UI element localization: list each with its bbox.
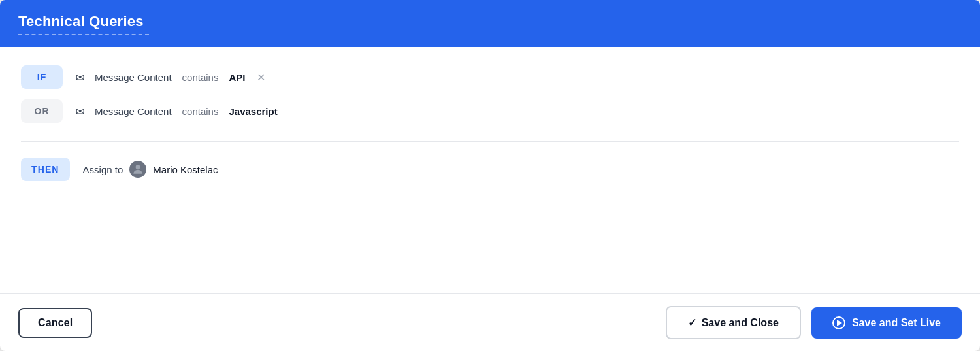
save-close-label: Save and Close [702, 317, 779, 329]
message-icon-or: ✉ [76, 105, 84, 118]
avatar [129, 161, 146, 178]
condition-row-or: OR ✉ Message Content contains Javascript [21, 99, 959, 123]
condition-operator-if: contains [182, 72, 219, 83]
condition-details-or: ✉ Message Content contains Javascript [76, 105, 278, 118]
checkmark-icon: ✓ [688, 316, 696, 329]
condition-operator-or: contains [182, 106, 219, 117]
message-icon-if: ✉ [76, 71, 84, 84]
badge-then[interactable]: THEN [21, 158, 70, 181]
conditions-section: IF ✉ Message Content contains API ✕ OR ✉… [21, 65, 959, 142]
play-icon [832, 316, 845, 329]
badge-if[interactable]: IF [21, 65, 63, 89]
cancel-button[interactable]: Cancel [18, 308, 92, 338]
footer-right: ✓ Save and Close Save and Set Live [666, 306, 962, 339]
save-and-close-button[interactable]: ✓ Save and Close [666, 306, 801, 339]
modal-title: Technical Queries [18, 13, 962, 30]
action-section: THEN Assign to Mario Kostelac [21, 142, 959, 181]
title-underline [18, 34, 149, 35]
condition-field-or: Message Content [95, 106, 172, 117]
action-details: Assign to Mario Kostelac [83, 161, 218, 178]
agent-name: Mario Kostelac [153, 164, 218, 175]
modal-footer: Cancel ✓ Save and Close Save and Set Liv… [0, 293, 980, 351]
modal-body: IF ✉ Message Content contains API ✕ OR ✉… [0, 47, 980, 293]
condition-row-if: IF ✉ Message Content contains API ✕ [21, 65, 959, 89]
close-icon-if[interactable]: ✕ [257, 71, 265, 84]
condition-details-if: ✉ Message Content contains API ✕ [76, 71, 265, 84]
modal-header: Technical Queries [0, 0, 980, 47]
modal-container: Technical Queries IF ✉ Message Content c… [0, 0, 980, 351]
condition-field-if: Message Content [95, 72, 172, 83]
badge-or[interactable]: OR [21, 99, 63, 123]
condition-value-or: Javascript [229, 106, 277, 117]
svg-point-0 [136, 165, 140, 169]
action-row: THEN Assign to Mario Kostelac [21, 158, 959, 181]
save-live-label: Save and Set Live [852, 317, 941, 329]
assign-label: Assign to [83, 164, 123, 175]
play-triangle [837, 320, 842, 326]
condition-value-if: API [229, 72, 245, 83]
save-and-set-live-button[interactable]: Save and Set Live [811, 307, 962, 339]
